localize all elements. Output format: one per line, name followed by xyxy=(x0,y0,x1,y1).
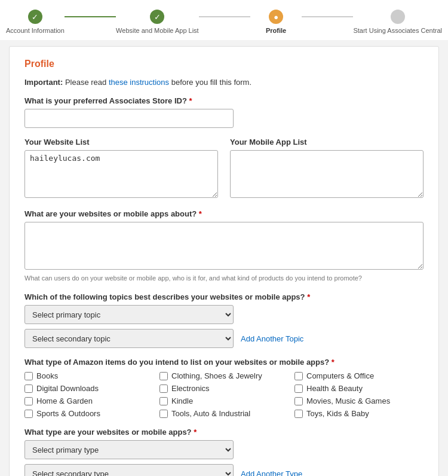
topics-section: Which of the following topics best descr… xyxy=(24,292,424,348)
checkbox-clothing-input[interactable] xyxy=(159,372,168,380)
mobile-app-list-label: Your Mobile App List xyxy=(230,138,424,147)
about-label: What are your websites or mobile apps ab… xyxy=(24,209,424,218)
step-circle-website: ✓ xyxy=(150,10,164,24)
primary-topic-select[interactable]: Select primary topic xyxy=(24,305,234,324)
important-prefix: Important: xyxy=(24,78,63,87)
checkbox-toys-input[interactable] xyxy=(294,410,303,418)
checkbox-books[interactable]: Books xyxy=(24,371,154,380)
step-label-account: Account Information xyxy=(6,27,65,34)
step-start-using: Start Using Associates Central xyxy=(353,10,442,34)
mobile-app-list-textarea[interactable] xyxy=(230,150,424,198)
checkbox-kindle-input[interactable] xyxy=(159,397,168,405)
checkbox-digital-input[interactable] xyxy=(24,385,33,393)
checkbox-kindle[interactable]: Kindle xyxy=(159,396,289,405)
step-label-website: Website and Mobile App List xyxy=(116,27,199,34)
amazon-items-section: What type of Amazon items do you intend … xyxy=(24,358,424,418)
website-col: Your Website List haileylucas.com xyxy=(24,138,218,200)
website-mobile-row: Your Website List haileylucas.com Your M… xyxy=(24,138,424,200)
checkbox-health[interactable]: Health & Beauty xyxy=(294,384,424,393)
profile-card: Profile Important: Please read these ins… xyxy=(9,46,439,476)
about-textarea[interactable] xyxy=(24,222,424,270)
checkbox-sports-input[interactable] xyxy=(24,410,33,418)
step-label-start: Start Using Associates Central xyxy=(353,27,442,34)
store-id-section: What is your preferred Associates Store … xyxy=(24,96,424,128)
checkbox-electronics[interactable]: Electronics xyxy=(159,384,289,393)
website-list-textarea[interactable]: haileylucas.com xyxy=(24,150,218,198)
about-hint: What can users do on your website or mob… xyxy=(24,274,424,283)
connector-2 xyxy=(199,16,250,17)
important-notice: Important: Please read these instruction… xyxy=(24,78,424,87)
checkbox-movies-input[interactable] xyxy=(294,397,303,405)
secondary-type-select[interactable]: Select secondary type xyxy=(24,464,234,476)
store-id-input[interactable] xyxy=(24,109,234,128)
step-label-profile: Profile xyxy=(266,27,286,34)
card-title: Profile xyxy=(24,59,424,69)
step-circle-profile: ● xyxy=(269,10,283,24)
mobile-col: Your Mobile App List xyxy=(230,138,424,200)
secondary-topic-select[interactable]: Select secondary topic xyxy=(24,329,234,348)
checkbox-digital[interactable]: Digital Downloads xyxy=(24,384,154,393)
checkbox-electronics-input[interactable] xyxy=(159,385,168,393)
connector-1 xyxy=(65,16,116,17)
connector-3 xyxy=(302,16,353,17)
add-another-type-link[interactable]: Add Another Type xyxy=(241,469,302,476)
website-list-label: Your Website List xyxy=(24,138,218,147)
checkbox-sports[interactable]: Sports & Outdoors xyxy=(24,409,154,418)
type-label: What type are your websites or mobile ap… xyxy=(24,428,424,437)
checkbox-toys[interactable]: Toys, Kids & Baby xyxy=(294,409,424,418)
important-suffix: before you fill this form. xyxy=(169,78,251,87)
checkbox-books-input[interactable] xyxy=(24,372,33,380)
primary-type-select[interactable]: Select primary type xyxy=(24,440,234,459)
checkbox-clothing[interactable]: Clothing, Shoes & Jewelry xyxy=(159,371,289,380)
step-website-app: ✓ Website and Mobile App List xyxy=(116,10,199,34)
instructions-link[interactable]: these instructions xyxy=(109,78,169,87)
amazon-items-label: What type of Amazon items do you intend … xyxy=(24,358,424,367)
about-section: What are your websites or mobile apps ab… xyxy=(24,209,424,283)
checkboxes-grid: Books Clothing, Shoes & Jewelry Computer… xyxy=(24,371,424,418)
checkbox-tools[interactable]: Tools, Auto & Industrial xyxy=(159,409,289,418)
checkbox-home[interactable]: Home & Garden xyxy=(24,396,154,405)
checkbox-home-input[interactable] xyxy=(24,397,33,405)
step-circle-start xyxy=(391,10,405,24)
important-text: Please read xyxy=(63,78,109,87)
store-id-label: What is your preferred Associates Store … xyxy=(24,96,424,105)
primary-type-row: Select primary type xyxy=(24,440,424,459)
checkbox-tools-input[interactable] xyxy=(159,410,168,418)
step-profile: ● Profile xyxy=(250,10,302,34)
step-circle-account: ✓ xyxy=(28,10,42,24)
step-account-info: ✓ Account Information xyxy=(6,10,65,34)
checkbox-movies[interactable]: Movies, Music & Games xyxy=(294,396,424,405)
secondary-topic-row: Select secondary topic Add Another Topic xyxy=(24,329,424,348)
type-section: What type are your websites or mobile ap… xyxy=(24,428,424,476)
secondary-type-row: Select secondary type Add Another Type xyxy=(24,464,424,476)
checkbox-computers-input[interactable] xyxy=(294,372,303,380)
checkbox-computers[interactable]: Computers & Office xyxy=(294,371,424,380)
checkbox-health-input[interactable] xyxy=(294,385,303,393)
progress-bar: ✓ Account Information ✓ Website and Mobi… xyxy=(0,0,448,40)
topics-label: Which of the following topics best descr… xyxy=(24,292,424,301)
add-another-topic-link[interactable]: Add Another Topic xyxy=(241,334,303,343)
primary-topic-row: Select primary topic xyxy=(24,305,424,324)
